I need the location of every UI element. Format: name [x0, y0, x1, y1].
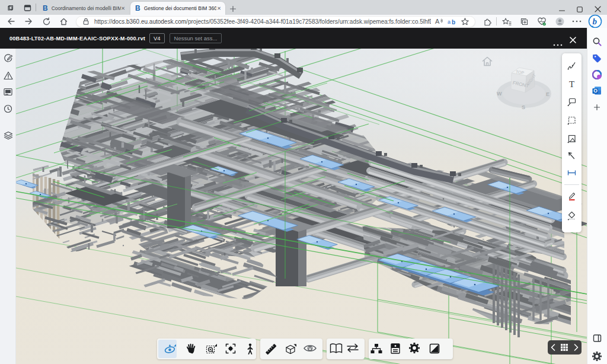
svg-text:T: T — [569, 79, 574, 89]
svg-text:W: W — [497, 91, 502, 97]
svg-text:O: O — [593, 88, 598, 94]
svg-text:b: b — [593, 17, 598, 26]
svg-text:A: A — [435, 18, 440, 25]
svg-text:a: a — [448, 19, 451, 25]
svg-text:b: b — [452, 19, 455, 25]
svg-text:S: S — [522, 104, 525, 110]
svg-text:E: E — [546, 91, 550, 97]
